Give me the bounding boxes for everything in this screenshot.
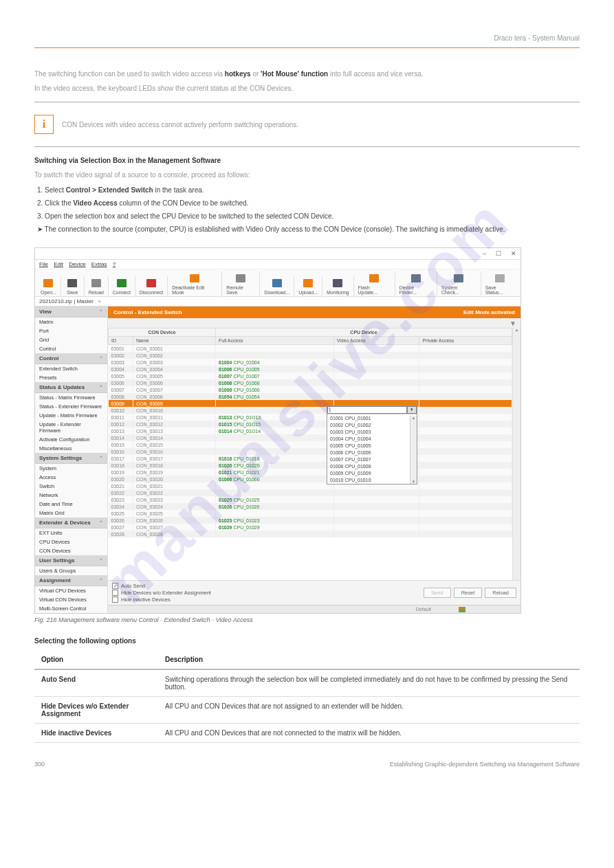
dropdown-item[interactable]: 01010 CPU_01010 — [327, 476, 417, 483]
send-button[interactable]: Send — [424, 588, 451, 598]
table-row[interactable]: 03015CON_03015 — [109, 441, 512, 448]
table-row[interactable]: 03013CON_0301301014 CPU_01O14 — [109, 427, 512, 434]
table-row[interactable]: 03026CON_0302601023 CPU_01023 — [109, 517, 512, 524]
sidebar-item-matrix-grid[interactable]: Matrix Grid — [35, 509, 107, 518]
table-row[interactable]: 03006CON_0300601008 CPU_01008 — [109, 379, 512, 386]
tab-close-icon[interactable]: × — [98, 298, 101, 304]
menu-file[interactable]: File — [39, 261, 48, 267]
table-row[interactable]: 03002CON_03002 — [109, 352, 512, 359]
table-row[interactable]: 03016CON_03016 — [109, 448, 512, 455]
sidebar-header-control[interactable]: Control⌃ — [35, 353, 107, 364]
dropdown-scrollbar[interactable]: ▲▼ — [410, 416, 417, 484]
dropdown-item[interactable]: 01005 CPU_01005 — [327, 442, 417, 449]
sidebar-item-cpu-devices[interactable]: CPU Devices — [35, 537, 107, 546]
toolbar-deactivate-edit-mode[interactable]: Deactivate Edit Mode — [168, 271, 222, 296]
dropdown-item[interactable]: 01009 CPU_01009 — [327, 469, 417, 476]
sidebar-item-miscellaneous[interactable]: Miscellaneous — [35, 444, 107, 453]
dropdown-item[interactable]: 01007 CPU_01007 — [327, 456, 417, 463]
sidebar-item-date-and-time[interactable]: Date and Time — [35, 500, 107, 509]
table-row[interactable]: 03019CON_0301901021 CPU_01021 — [109, 469, 512, 476]
scrollbar[interactable]: ▲ — [512, 328, 520, 580]
sidebar-header-assign[interactable]: Assignment⌃ — [35, 575, 107, 586]
table-row[interactable]: 03022CON_03022 — [109, 489, 512, 496]
dropdown-arrow-icon[interactable]: ▾ — [407, 406, 417, 414]
col-video-access[interactable]: Video Access — [333, 337, 419, 345]
toolbar-save[interactable]: Save — [61, 276, 85, 296]
toolbar-reload[interactable]: Reload — [85, 276, 109, 296]
hide-inactive-checkbox[interactable]: Hide inactive Devices — [112, 597, 211, 603]
toolbar-monitoring[interactable]: Monitoring — [322, 276, 353, 296]
table-row[interactable]: 03012CON_0301201015 CPU_01O15 — [109, 421, 512, 427]
sidebar-item-network[interactable]: Network — [35, 491, 107, 500]
sidebar-item-multi-screen-control[interactable]: Multi-Screen Control — [35, 604, 107, 613]
sidebar-header-syssettings[interactable]: System Settings⌃ — [35, 453, 107, 464]
dropdown-item[interactable]: 01011 CPU_01011 — [327, 483, 417, 484]
sidebar-item-presets[interactable]: Presets — [35, 373, 107, 382]
dropdown-input[interactable] — [327, 406, 407, 414]
table-row[interactable]: 03017CON_0301701018 CPU_01018 — [109, 455, 512, 462]
sidebar-item-system[interactable]: System — [35, 464, 107, 473]
toolbar-flash-update[interactable]: Flash Update... — [354, 271, 395, 296]
sidebar-item-extended-switch[interactable]: Extended Switch — [35, 364, 107, 373]
col-id[interactable]: ID — [109, 337, 133, 345]
col-name[interactable]: Name — [133, 337, 216, 345]
toolbar-remote-save[interactable]: Remote Save — [222, 271, 260, 296]
toolbar-system-check[interactable]: System Check... — [437, 271, 481, 296]
dropdown-item[interactable]: 01004 CPU_01004 — [327, 435, 417, 442]
col-private-access[interactable]: Private Access — [419, 337, 512, 345]
table-row[interactable]: 03024CON_0302401026 CPU_01026 — [109, 503, 512, 510]
sidebar-item-ext-units[interactable]: EXT Units — [35, 528, 107, 537]
sidebar-header-user[interactable]: User Settings⌃ — [35, 555, 107, 566]
filter-icon[interactable]: ▼ — [509, 320, 516, 327]
table-row[interactable]: 03001CON_03001 — [109, 345, 512, 353]
table-row[interactable]: 03009CON_03009 — [109, 400, 512, 407]
toolbar-download[interactable]: Download... — [260, 276, 294, 296]
sidebar-item-port[interactable]: Port — [35, 326, 107, 335]
col-full-access[interactable]: Full Access — [216, 337, 334, 345]
toolbar-open[interactable]: Open... — [36, 276, 61, 296]
dropdown-item[interactable]: 01006 CPU_01006 — [327, 449, 417, 456]
table-row[interactable]: 03004CON_0300401006 CPU_01005 — [109, 366, 512, 372]
sidebar-header-status[interactable]: Status & Updates⌃ — [35, 382, 107, 393]
sidebar-item-control[interactable]: Control — [35, 344, 107, 353]
table-row[interactable]: 03021CON_03021 — [109, 482, 512, 489]
hide-no-extender-checkbox[interactable]: Hide Devices w/o Extender Assignment — [112, 590, 211, 596]
table-row[interactable]: 03007CON_0300701000 CPU_01000 — [109, 386, 512, 393]
table-row[interactable]: 03010CON_03010 — [109, 407, 512, 414]
table-row[interactable]: 03028CON_03028 — [109, 531, 512, 537]
table-row[interactable]: 03011CON_0301101013 CPU_01O13 — [109, 414, 512, 421]
reset-button[interactable]: Reset — [454, 588, 483, 598]
auto-send-checkbox[interactable]: ✓Auto Send — [112, 583, 211, 589]
table-row[interactable]: 03005CON_0300501007 CPU_01007 — [109, 372, 512, 379]
toolbar-save-status[interactable]: Save Status... — [481, 271, 519, 296]
table-row[interactable]: 03027CON_0302701029 CPU_01029 — [109, 524, 512, 531]
sidebar-item-update-matrix-firmware[interactable]: Update - Matrix Firmware — [35, 411, 107, 420]
table-row[interactable]: 03025CON_03025 — [109, 510, 512, 517]
sidebar-item-users-groups[interactable]: Users & Groups — [35, 566, 107, 575]
menu-help[interactable]: ? — [113, 261, 116, 267]
sidebar-item-update-extender-firmware[interactable]: Update - Extender Firmware — [35, 420, 107, 435]
dropdown-item[interactable]: 01003 CPU_01003 — [327, 428, 417, 435]
table-row[interactable]: 03023CON_0302301025 CPU_01025 — [109, 496, 512, 503]
table-row[interactable]: 03014CON_03014 — [109, 434, 512, 441]
table-row[interactable]: 03018CON_0301801020 CPU_01020 — [109, 462, 512, 469]
table-row[interactable]: 03008CON_0300801054 CPU_01054 — [109, 393, 512, 400]
dropdown-item[interactable]: 01002 CPU_01002 — [327, 421, 417, 428]
sidebar-header-extdev[interactable]: Extender & Devices⌃ — [35, 518, 107, 528]
dropdown-item[interactable]: 01008 CPU_01008 — [327, 463, 417, 469]
dropdown-item[interactable]: 01001 CPU_01001 — [327, 414, 417, 421]
menu-edit[interactable]: Edit — [54, 261, 63, 267]
table-row[interactable]: 03003CON_0300301004 CPU_01004 — [109, 359, 512, 366]
sidebar-item-status-matrix-firmware[interactable]: Status - Matrix Firmware — [35, 393, 107, 402]
sidebar-item-status-extender-firmware[interactable]: Status - Extender Firmware — [35, 402, 107, 411]
reload-button[interactable]: Reload — [485, 588, 516, 598]
sidebar-item-switch[interactable]: Switch — [35, 482, 107, 491]
toolbar-connect[interactable]: Connect — [109, 276, 135, 296]
tab-master[interactable]: 20210210.zip | Master — [39, 298, 94, 304]
sidebar-item-matrix[interactable]: Matrix — [35, 318, 107, 326]
sidebar-item-access[interactable]: Access — [35, 473, 107, 482]
sidebar-item-grid[interactable]: Grid — [35, 335, 107, 344]
menu-device[interactable]: Device — [69, 261, 85, 267]
sidebar-item-activate-configuration[interactable]: Activate Configuration — [35, 435, 107, 444]
sidebar-item-virtual-cpu-devices[interactable]: Virtual CPU Devices — [35, 586, 107, 595]
